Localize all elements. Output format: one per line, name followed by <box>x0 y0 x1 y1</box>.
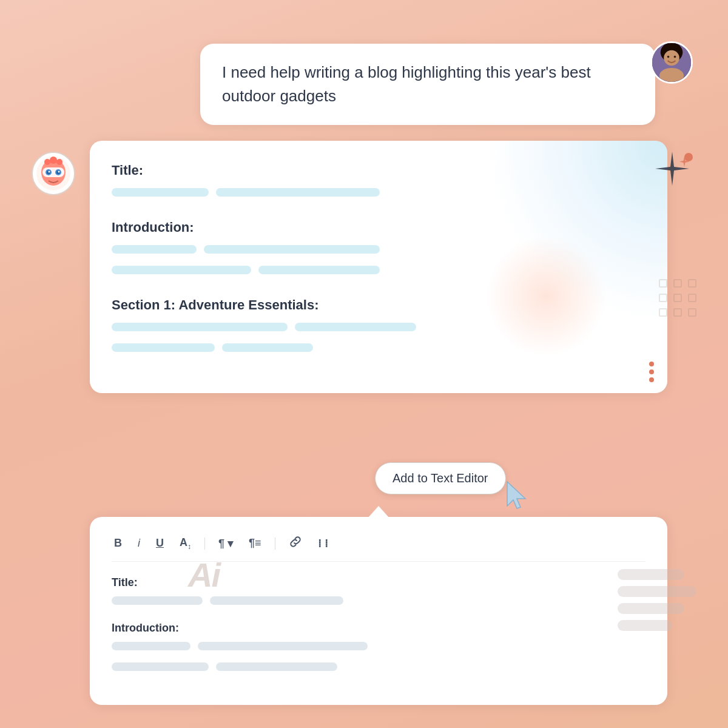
chat-bubble-decorations <box>618 569 696 631</box>
section1-line-4 <box>222 343 313 352</box>
editor-intro-lines-1 <box>112 642 645 656</box>
grid-dot <box>673 279 682 288</box>
grid-dot <box>659 308 667 317</box>
dot-3 <box>649 377 654 382</box>
toolbar-divider <box>204 538 205 550</box>
svg-point-17 <box>56 159 62 165</box>
sparkle-dot <box>684 153 693 161</box>
editor-intro-line-4 <box>216 662 337 671</box>
intro-line-3 <box>112 266 251 274</box>
grid-dot <box>659 279 667 288</box>
chat-deco-2 <box>618 586 696 597</box>
svg-point-14 <box>58 171 60 173</box>
user-message-text: I need help writing a blog highlighting … <box>222 61 633 108</box>
grid-dot <box>688 294 696 302</box>
svg-point-16 <box>44 159 50 165</box>
title-line-2 <box>216 188 380 197</box>
ai-response-card: Title: Introduction: Section 1: Adventur… <box>90 141 667 393</box>
link-button[interactable] <box>286 534 305 553</box>
sparkle-decoration <box>654 150 690 189</box>
chat-deco-1 <box>618 569 684 580</box>
grid-dot <box>659 294 667 302</box>
paragraph-button[interactable]: ¶ ▾ <box>216 536 235 551</box>
editor-title-line-1 <box>112 596 203 605</box>
user-avatar-image <box>652 43 691 82</box>
editor-intro-label: Introduction: <box>112 622 645 635</box>
more-options-button[interactable]: ⁞ ⁞ <box>315 536 331 551</box>
title-line-1 <box>112 188 209 197</box>
intro-line-1 <box>112 245 197 254</box>
svg-point-13 <box>49 171 50 173</box>
svg-point-2 <box>664 50 679 66</box>
font-size-button[interactable]: A↕ <box>177 535 194 552</box>
cursor-pointer <box>504 480 529 514</box>
title-section-label: Title: <box>112 163 643 178</box>
ai-bot-avatar <box>32 152 75 195</box>
dot-1 <box>649 362 654 366</box>
editor-title-line-2 <box>210 596 343 605</box>
intro-lines-1 <box>112 245 643 260</box>
user-message-bubble: I need help writing a blog highlighting … <box>200 44 655 125</box>
svg-point-15 <box>50 157 57 164</box>
title-lines <box>112 188 643 203</box>
grid-dot <box>673 308 682 317</box>
link-icon <box>289 535 302 548</box>
editor-intro-lines-2 <box>112 662 645 677</box>
intro-lines-2 <box>112 266 643 280</box>
editor-intro-line-2 <box>198 642 368 650</box>
editor-title-lines <box>112 596 645 611</box>
section1-line-3 <box>112 343 215 352</box>
section1-line-1 <box>112 323 288 331</box>
add-to-text-editor-button[interactable]: Add to Text Editor <box>375 462 506 494</box>
grid-dot <box>688 279 696 288</box>
ai-watermark-label: Ai <box>188 555 220 595</box>
dot-2 <box>649 369 654 374</box>
grid-dot <box>673 294 682 302</box>
section1-line-2 <box>295 323 416 331</box>
italic-button[interactable]: i <box>135 536 143 551</box>
ai-bot-icon <box>34 154 73 193</box>
intro-line-2 <box>204 245 380 254</box>
user-avatar <box>650 41 693 84</box>
intro-section-label: Introduction: <box>112 220 643 235</box>
editor-intro-line-3 <box>112 662 209 671</box>
section1-lines-2 <box>112 343 643 358</box>
svg-point-3 <box>667 56 670 58</box>
grid-dot <box>688 308 696 317</box>
three-dots-menu[interactable] <box>649 362 654 382</box>
section1-label: Section 1: Adventure Essentials: <box>112 297 643 313</box>
bold-button[interactable]: B <box>112 536 124 551</box>
toolbar-divider-2 <box>275 538 275 550</box>
grid-decoration <box>659 279 696 317</box>
underline-button[interactable]: U <box>153 536 166 551</box>
align-button[interactable]: ¶≡ <box>246 536 264 551</box>
svg-point-4 <box>674 56 676 58</box>
chat-deco-3 <box>618 603 684 614</box>
text-editor-card: B i U A↕ ¶ ▾ ¶≡ ⁞ ⁞ Title: Introduction: <box>90 517 667 705</box>
intro-line-4 <box>258 266 380 274</box>
chat-deco-4 <box>618 620 672 631</box>
section1-lines-1 <box>112 323 643 337</box>
editor-intro-line-1 <box>112 642 190 650</box>
